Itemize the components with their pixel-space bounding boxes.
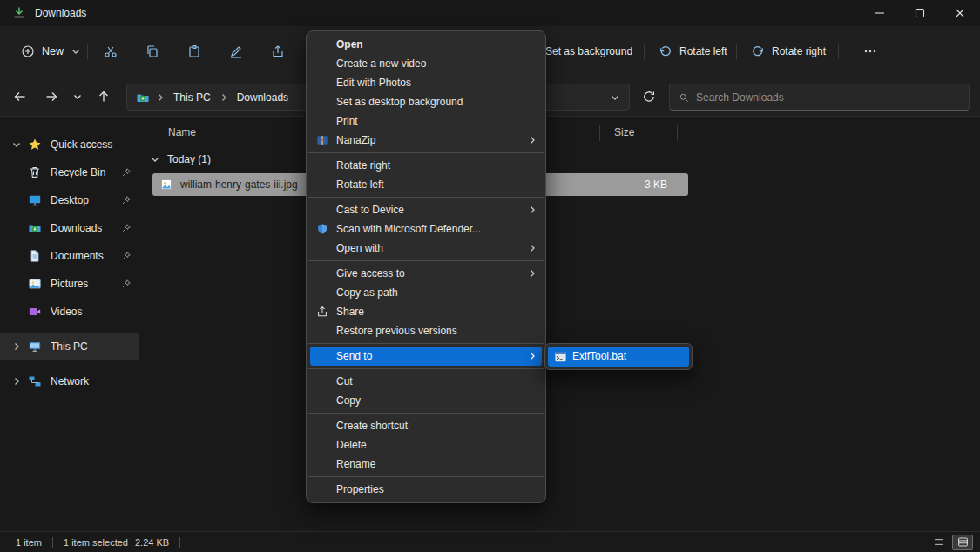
breadcrumb-downloads[interactable]: Downloads: [234, 91, 291, 104]
nanazip-icon: [316, 134, 328, 146]
up-button[interactable]: [91, 84, 117, 110]
minimize-button[interactable]: [860, 0, 900, 26]
sidebar-item-documents[interactable]: Documents: [0, 242, 139, 270]
desktop-icon: [28, 193, 42, 207]
more-options-button[interactable]: [854, 38, 887, 64]
menu-item-give-access-to[interactable]: Give access to: [307, 264, 545, 283]
menu-item-label: Rotate right: [336, 159, 390, 172]
sidebar-item-label: Downloads: [51, 222, 102, 234]
list-view-button[interactable]: [928, 535, 949, 550]
breadcrumb-this-pc[interactable]: This PC: [171, 91, 213, 104]
documents-icon: [28, 249, 42, 263]
column-divider[interactable]: [677, 125, 678, 141]
selection-size: 2.24 KB: [135, 537, 169, 548]
new-button[interactable]: New: [12, 37, 90, 66]
column-header-size[interactable]: Size: [614, 126, 634, 138]
menu-item-send-to[interactable]: Send to: [310, 347, 542, 366]
toolbar-divider: [87, 44, 88, 59]
sidebar-item-videos[interactable]: Videos: [0, 298, 139, 326]
copy-button[interactable]: [136, 38, 169, 64]
search-input[interactable]: [696, 91, 960, 104]
menu-item-label: Properties: [336, 483, 384, 495]
menu-item-rotate-right[interactable]: Rotate right: [307, 156, 545, 175]
menu-item-create-shortcut[interactable]: Create shortcut: [307, 416, 545, 435]
forward-button[interactable]: [38, 84, 64, 110]
cut-button[interactable]: [94, 38, 127, 64]
menu-item-cut[interactable]: Cut: [307, 372, 545, 391]
menu-separator: [308, 152, 544, 153]
menu-item-print[interactable]: Print: [307, 111, 545, 131]
menu-item-scan-with-defender[interactable]: Scan with Microsoft Defender...: [307, 219, 545, 239]
details-view-icon: [957, 536, 969, 548]
sidebar-item-label: Network: [51, 375, 89, 387]
sidebar-item-pictures[interactable]: Pictures: [0, 270, 139, 298]
submenu-item-exiftool[interactable]: ExifTool.bat: [548, 347, 689, 367]
sidebar-item-quick-access[interactable]: Quick access: [0, 131, 139, 158]
menu-item-restore-previous-versions[interactable]: Restore previous versions: [307, 321, 545, 340]
recent-locations-button[interactable]: [66, 84, 89, 110]
rotate-left-button[interactable]: Rotate left: [653, 38, 733, 64]
close-icon: [954, 7, 966, 19]
menu-item-copy-as-path[interactable]: Copy as path: [307, 283, 545, 302]
chevron-right-icon: [10, 341, 23, 352]
titlebar: Downloads: [0, 0, 980, 26]
menu-item-cast-to-device[interactable]: Cast to Device: [307, 200, 545, 219]
rotate-left-icon: [659, 44, 672, 58]
menu-item-create-a-new-video[interactable]: Create a new video: [307, 54, 545, 73]
refresh-button[interactable]: [636, 84, 662, 110]
menu-item-open-with[interactable]: Open with: [307, 239, 545, 258]
downloads-folder-icon: [12, 6, 26, 20]
sidebar-item-label: Desktop: [51, 194, 89, 206]
sidebar-item-this-pc[interactable]: This PC: [0, 333, 139, 360]
share-button[interactable]: [261, 38, 294, 64]
rename-icon: [229, 44, 243, 58]
column-header-name[interactable]: Name: [168, 126, 196, 138]
menu-separator: [308, 368, 544, 369]
chevron-down-icon: [71, 46, 81, 57]
breadcrumb-chevron-icon: [155, 92, 166, 103]
downloads-icon: [28, 221, 42, 235]
menu-item-share[interactable]: Share: [307, 302, 545, 321]
address-dropdown-icon[interactable]: [610, 92, 620, 103]
pin-icon: [121, 223, 132, 233]
rotate-right-button[interactable]: Rotate right: [746, 38, 831, 64]
back-button[interactable]: [7, 84, 33, 110]
window-title: Downloads: [35, 7, 86, 19]
column-headers: Name Size: [139, 124, 980, 143]
network-icon: [28, 374, 42, 388]
menu-item-copy[interactable]: Copy: [307, 391, 545, 410]
menu-item-edit-with-photos[interactable]: Edit with Photos: [307, 73, 545, 92]
menu-item-label: NanaZip: [336, 134, 375, 146]
details-view-button[interactable]: [952, 535, 973, 550]
paste-button[interactable]: [178, 38, 211, 64]
rename-button[interactable]: [220, 38, 253, 64]
menu-item-rename[interactable]: Rename: [307, 454, 545, 474]
close-button[interactable]: [940, 0, 980, 26]
maximize-button[interactable]: [900, 0, 940, 26]
column-divider[interactable]: [599, 125, 600, 141]
sidebar-item-network[interactable]: Network: [0, 367, 139, 395]
sidebar-item-desktop[interactable]: Desktop: [0, 186, 139, 214]
menu-item-open[interactable]: Open: [307, 35, 545, 54]
menu-item-label: Scan with Microsoft Defender...: [336, 223, 481, 235]
minimize-icon: [874, 7, 886, 19]
menu-item-label: Create shortcut: [336, 420, 408, 432]
send-to-submenu: ExifTool.bat: [544, 343, 693, 370]
status-bar: 1 item 1 item selected 2.24 KB: [0, 531, 980, 552]
sidebar-item-recycle-bin[interactable]: Recycle Bin: [0, 158, 139, 186]
menu-item-nanazip[interactable]: NanaZip: [307, 131, 545, 150]
up-icon: [97, 90, 111, 104]
menu-item-label: Rename: [336, 458, 375, 470]
menu-item-label: Rotate left: [336, 178, 384, 191]
menu-item-label: Copy as path: [336, 286, 398, 299]
menu-item-set-as-desktop-background[interactable]: Set as desktop background: [307, 92, 545, 111]
group-header-today[interactable]: Today (1): [150, 150, 211, 169]
menu-item-rotate-left[interactable]: Rotate left: [307, 175, 545, 194]
recycle-bin-icon: [28, 165, 42, 179]
menu-item-properties[interactable]: Properties: [307, 480, 545, 499]
menu-separator: [308, 343, 544, 344]
menu-separator: [308, 413, 544, 414]
menu-item-delete[interactable]: Delete: [307, 435, 545, 454]
sidebar-item-downloads[interactable]: Downloads: [0, 214, 139, 242]
menu-item-label: Copy: [336, 394, 361, 407]
